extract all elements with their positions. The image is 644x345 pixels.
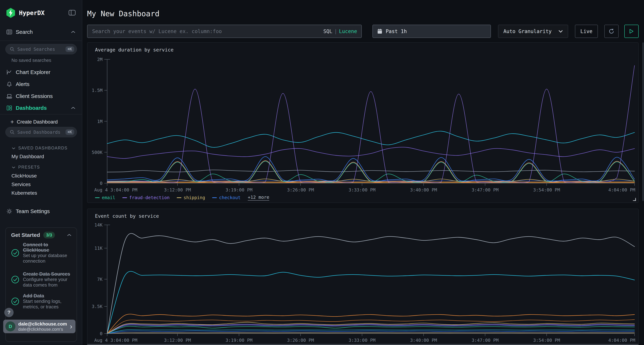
live-button[interactable]: Live (575, 25, 598, 38)
hyperdx-logo-icon (6, 7, 16, 18)
svg-text:3:33:00 PM: 3:33:00 PM (349, 338, 376, 343)
chart-title: Average duration by service (95, 47, 174, 52)
sidebar-link-kubernetes[interactable]: Kubernetes (12, 190, 37, 196)
chart-explorer-icon (6, 69, 12, 75)
laptop-icon (6, 93, 12, 99)
get-started-title: Get Started (11, 232, 40, 238)
saved-searches-input[interactable]: Saved Searches ⌘K (5, 44, 77, 54)
chart-panel-avg-duration[interactable]: Average duration by service 0500K1M1.5M2… (87, 42, 639, 203)
svg-text:3:47:00 PM: 3:47:00 PM (472, 338, 498, 343)
legend-item[interactable]: +12 more (248, 195, 269, 201)
lucene-toggle[interactable]: Lucene (339, 28, 357, 34)
svg-text:3:54:00 PM: 3:54:00 PM (533, 338, 560, 343)
section-saved-dashboards[interactable]: SAVED DASHBOARDS (12, 146, 68, 150)
sidebar-link-my-dashboard[interactable]: My Dashboard (12, 154, 44, 159)
query-language-toggle[interactable]: SQL|Lucene (323, 28, 357, 34)
check-circle-icon (10, 248, 20, 258)
refresh-button[interactable] (604, 25, 618, 38)
event-count-chart: 03.5K7K11K14KAug 4 3:04:00 PM3:12:00 PM3… (88, 222, 639, 345)
get-started-header[interactable]: Get Started 3/3 (11, 232, 72, 239)
legend-item[interactable]: email (95, 195, 115, 200)
sidebar-link-clickhouse[interactable]: ClickHouse (12, 173, 37, 179)
svg-text:3:12:00 PM: 3:12:00 PM (164, 338, 191, 343)
task-title: Connect to ClickHouse (23, 242, 73, 253)
svg-text:4:04:00 PM: 4:04:00 PM (608, 187, 635, 193)
run-query-button[interactable] (624, 25, 639, 38)
sidebar-item-alerts[interactable]: Alerts (0, 80, 82, 88)
svg-text:Aug 4 3:04:00 PM: Aug 4 3:04:00 PM (94, 338, 138, 343)
sql-toggle[interactable]: SQL (323, 28, 332, 34)
chevron-down-icon (558, 29, 564, 33)
get-started-progress-badge: 3/3 (43, 232, 55, 239)
legend-item[interactable]: shipping (177, 195, 205, 200)
sidebar-item-label: Search (16, 29, 33, 35)
svg-text:3.5K: 3.5K (92, 304, 102, 309)
sidebar: HyperDX Search Saved Searches ⌘K No save… (0, 0, 82, 345)
toggle-divider: | (332, 28, 339, 34)
svg-text:3:26:00 PM: 3:26:00 PM (287, 187, 314, 193)
hyperdx-app: HyperDX Search Saved Searches ⌘K No save… (0, 0, 644, 345)
get-started-item-sources[interactable]: Create Data Sources Configure where your… (10, 271, 73, 288)
sidebar-item-client-sessions[interactable]: Client Sessions (0, 92, 82, 100)
time-range-picker[interactable]: Past 1h (372, 25, 491, 38)
sidebar-item-team-settings[interactable]: Team Settings (0, 207, 82, 216)
svg-text:1.5M: 1.5M (92, 88, 102, 93)
help-button[interactable]: ? (4, 308, 14, 317)
svg-text:3:40:00 PM: 3:40:00 PM (410, 338, 437, 343)
create-dashboard-button[interactable]: + Create Dashboard (10, 118, 58, 125)
legend-item[interactable]: checkout (212, 195, 240, 200)
sidebar-item-dashboards[interactable]: Dashboards (0, 104, 82, 112)
sidebar-item-search[interactable]: Search (0, 28, 82, 36)
check-circle-icon (10, 275, 20, 284)
svg-text:0: 0 (100, 181, 102, 186)
sidebar-item-label: Client Sessions (16, 93, 53, 99)
sidebar-item-label: Team Settings (16, 208, 50, 214)
avatar: D (5, 322, 16, 332)
user-menu[interactable]: D dale@clickhouse.com dale@clickhouse.co… (3, 320, 76, 333)
shortcut-badge: ⌘K (66, 129, 74, 135)
event-search-input[interactable]: Search your events w/ Lucene ex. column:… (87, 25, 362, 38)
legend-item[interactable]: fraud-detection (122, 195, 170, 200)
chevron-down-icon (12, 166, 16, 169)
saved-dashboards-input[interactable]: Saved Dashboards ⌘K (5, 127, 77, 137)
svg-text:3:47:00 PM: 3:47:00 PM (472, 187, 498, 193)
svg-text:7K: 7K (97, 277, 102, 282)
get-started-item-connect[interactable]: Connect to ClickHouse Set up your databa… (10, 242, 73, 264)
search-icon (10, 129, 15, 135)
horizontal-scrollbar[interactable] (87, 344, 639, 345)
svg-text:3:54:00 PM: 3:54:00 PM (533, 187, 560, 193)
refresh-icon (608, 28, 615, 35)
svg-text:3:26:00 PM: 3:26:00 PM (287, 338, 314, 343)
chart-panel-event-count[interactable]: Event count by service 03.5K7K11K14KAug … (87, 209, 639, 345)
svg-text:3:19:00 PM: 3:19:00 PM (226, 338, 252, 343)
resize-handle-icon[interactable] (632, 197, 636, 201)
svg-text:500K: 500K (92, 150, 102, 155)
calendar-icon (377, 28, 382, 34)
vertical-scrollbar[interactable] (642, 42, 644, 201)
brand-logo[interactable]: HyperDX (6, 7, 44, 18)
shortcut-badge: ⌘K (66, 46, 74, 52)
section-presets[interactable]: PRESETS (12, 165, 40, 170)
search-icon (10, 46, 15, 52)
task-title: Create Data Sources (23, 271, 73, 277)
gear-icon (6, 208, 12, 215)
svg-text:Aug 4 3:04:00 PM: Aug 4 3:04:00 PM (94, 187, 138, 193)
svg-text:3:40:00 PM: 3:40:00 PM (410, 187, 437, 193)
task-desc: Start sending logs, metrics, or traces (23, 299, 73, 310)
check-circle-icon (10, 297, 20, 306)
sidebar-link-services[interactable]: Services (12, 182, 30, 187)
section-label: SAVED DASHBOARDS (18, 146, 68, 150)
user-email: dale@clickhouse.com (18, 321, 70, 327)
sidebar-item-label: Alerts (16, 81, 30, 87)
sidebar-collapse-icon[interactable] (68, 8, 76, 17)
sidebar-item-chart-explorer[interactable]: Chart Explorer (0, 68, 82, 76)
page-title: My New Dashboard (87, 9, 160, 18)
granularity-select[interactable]: Auto Granularity (498, 25, 568, 38)
svg-text:2M: 2M (97, 57, 102, 62)
bell-icon (6, 81, 12, 87)
task-title: Add Data (23, 293, 73, 299)
section-label: PRESETS (18, 165, 40, 170)
event-search-placeholder: Search your events w/ Lucene ex. column:… (92, 28, 323, 34)
no-saved-searches-text: No saved searches (12, 57, 51, 63)
get-started-item-add-data[interactable]: Add Data Start sending logs, metrics, or… (10, 293, 73, 310)
